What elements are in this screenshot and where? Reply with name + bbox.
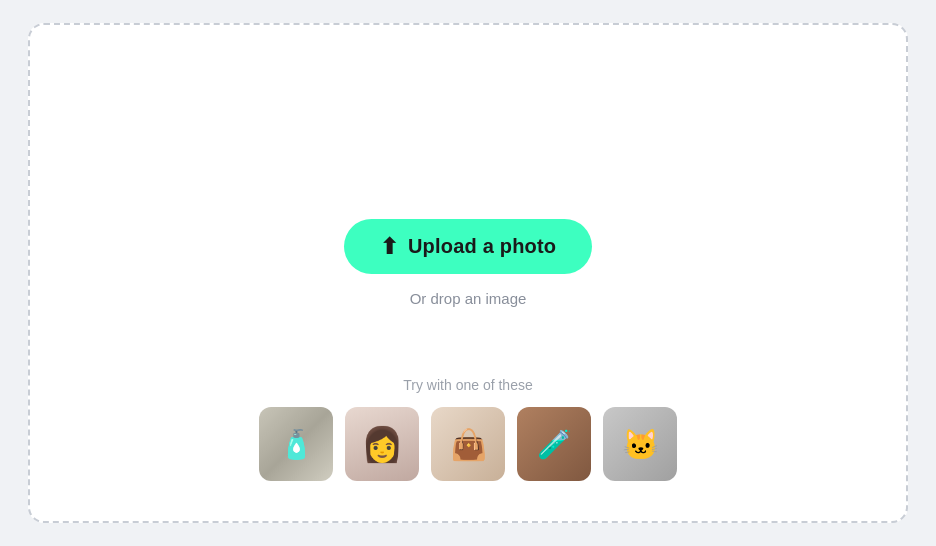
- upload-button[interactable]: ⬆ Upload a photo: [344, 219, 593, 274]
- sample-images: [259, 407, 677, 481]
- upload-area: ⬆ Upload a photo Or drop an image: [344, 219, 593, 307]
- sample-thumb-bag[interactable]: [431, 407, 505, 481]
- drop-text: Or drop an image: [410, 290, 527, 307]
- upload-button-label: Upload a photo: [408, 235, 556, 258]
- upload-icon: ⬆: [380, 236, 398, 258]
- sample-thumb-woman[interactable]: [345, 407, 419, 481]
- sample-section: Try with one of these: [259, 377, 677, 481]
- sample-label: Try with one of these: [403, 377, 532, 393]
- sample-thumb-tubes[interactable]: [517, 407, 591, 481]
- sample-thumb-cat[interactable]: [603, 407, 677, 481]
- sample-thumb-skincare[interactable]: [259, 407, 333, 481]
- drop-zone[interactable]: ⬆ Upload a photo Or drop an image Try wi…: [28, 23, 908, 523]
